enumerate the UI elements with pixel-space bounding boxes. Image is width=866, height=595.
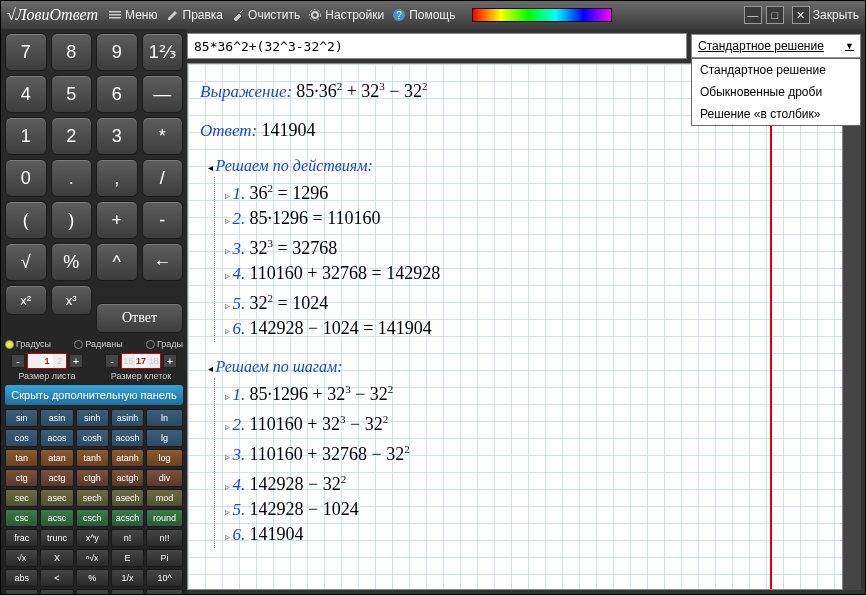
func-B[interactable]: B (146, 589, 183, 594)
func-lg[interactable]: lg (146, 429, 183, 447)
func-acsch[interactable]: acsch (111, 509, 144, 527)
step[interactable]: 4. 110160 + 32768 = 142928 (225, 262, 830, 287)
key-6[interactable]: 6 (96, 75, 138, 113)
func-ctgh[interactable]: ctgh (76, 469, 109, 487)
step[interactable]: 3. 323 = 32768 (225, 232, 830, 262)
func-actgh[interactable]: actgh (111, 469, 144, 487)
step[interactable]: 5. 322 = 1024 (225, 287, 830, 317)
key-4[interactable]: 4 (5, 75, 47, 113)
func-ⁿ√x[interactable]: ⁿ√x (76, 549, 109, 567)
func-round[interactable]: round (146, 509, 183, 527)
key-)[interactable]: ) (51, 201, 93, 239)
func-csc[interactable]: csc (5, 509, 38, 527)
edit-button[interactable]: Правка (166, 8, 224, 22)
func-ctg[interactable]: ctg (5, 469, 38, 487)
func-n!![interactable]: n!! (146, 529, 183, 547)
func-<[interactable]: < (40, 569, 73, 587)
settings-button[interactable]: Настройки (308, 8, 384, 22)
section-by-actions[interactable]: Решаем по действиям: (208, 157, 830, 175)
func-1/x[interactable]: 1/x (111, 569, 144, 587)
toggle-extra-panel[interactable]: Скрыть дополнительную панель (5, 385, 183, 405)
sheet-minus[interactable]: - (11, 354, 25, 368)
key-Ответ[interactable]: Ответ (96, 303, 183, 333)
mode-option[interactable]: Решение «в столбик» (692, 103, 860, 125)
func-acsc[interactable]: acsc (40, 509, 73, 527)
key-^[interactable]: ^ (96, 243, 138, 281)
mode-option[interactable]: Стандартное решение (692, 59, 860, 81)
key-—[interactable]: — (142, 75, 184, 113)
step[interactable]: 6. 142928 − 1024 = 141904 (225, 317, 830, 342)
solution-sheet[interactable]: Выражение: 85·362 + 323 − 322 Ответ: 141… (187, 63, 843, 590)
func-cosh[interactable]: cosh (76, 429, 109, 447)
sheet-plus[interactable]: + (69, 354, 83, 368)
func-asech[interactable]: asech (111, 489, 144, 507)
func-atan[interactable]: atan (40, 449, 73, 467)
func-%[interactable]: % (76, 569, 109, 587)
minimize-button[interactable]: — (744, 6, 762, 24)
mode-select[interactable]: Стандартное решение (691, 34, 861, 58)
func-div[interactable]: div (146, 469, 183, 487)
key-8[interactable]: 8 (51, 33, 93, 71)
func-abs[interactable]: abs (5, 569, 38, 587)
func-mod[interactable]: mod (146, 489, 183, 507)
maximize-button[interactable]: □ (766, 6, 784, 24)
func-cos[interactable]: cos (5, 429, 38, 447)
func-csch[interactable]: csch (76, 509, 109, 527)
cell-plus[interactable]: + (163, 354, 177, 368)
color-bar[interactable] (472, 8, 612, 22)
mode-option[interactable]: Обыкновенные дроби (692, 81, 860, 103)
sheet-value[interactable]: 1 2 (27, 353, 67, 369)
grad-radio[interactable]: Грады (146, 339, 183, 349)
key-7[interactable]: 7 (5, 33, 47, 71)
key-%[interactable]: % (51, 243, 93, 281)
deg-radio[interactable]: Градусы (5, 339, 51, 349)
step[interactable]: 4. 142928 − 322 (225, 468, 830, 498)
func-tan[interactable]: tan (5, 449, 38, 467)
func-frac[interactable]: frac (5, 529, 38, 547)
func-asin[interactable]: asin (40, 409, 73, 427)
key-x²[interactable]: x² (5, 285, 47, 315)
key-*[interactable]: * (142, 117, 184, 155)
func-x^y[interactable]: x^y (76, 529, 109, 547)
scrollbar[interactable] (843, 63, 861, 590)
close-button[interactable]: ✕ Закрыть (792, 6, 859, 24)
key-2[interactable]: 2 (51, 117, 93, 155)
clear-button[interactable]: Очистить (231, 8, 300, 22)
rad-radio[interactable]: Радианы (74, 339, 122, 349)
section-by-steps[interactable]: Решаем по шагам: (208, 358, 830, 376)
func-asinh[interactable]: asinh (111, 409, 144, 427)
help-button[interactable]: ? Помощь (392, 8, 455, 22)
func-sech[interactable]: sech (76, 489, 109, 507)
key-√[interactable]: √ (5, 243, 47, 281)
func-tanh[interactable]: tanh (76, 449, 109, 467)
func-E[interactable]: E (111, 549, 144, 567)
key-x³[interactable]: x³ (51, 285, 93, 315)
func-A[interactable]: A (111, 589, 144, 594)
func-trunc[interactable]: trunc (40, 529, 73, 547)
func-Pi[interactable]: Pi (146, 549, 183, 567)
step[interactable]: 6. 141904 (225, 523, 830, 548)
step[interactable]: 1. 85·1296 + 323 − 322 (225, 378, 830, 408)
cell-value[interactable]: 16 17 18 (121, 353, 161, 369)
step[interactable]: 1. 362 = 1296 (225, 177, 830, 207)
func-sinh[interactable]: sinh (76, 409, 109, 427)
step[interactable]: 3. 110160 + 32768 − 322 (225, 438, 830, 468)
key-+[interactable]: + (96, 201, 138, 239)
key-0[interactable]: 0 (5, 159, 47, 197)
key--[interactable]: - (142, 201, 184, 239)
func-acos[interactable]: acos (40, 429, 73, 447)
key-5[interactable]: 5 (51, 75, 93, 113)
key-9[interactable]: 9 (96, 33, 138, 71)
func-acosh[interactable]: acosh (111, 429, 144, 447)
func-Y[interactable]: Y (40, 589, 73, 594)
func-sin[interactable]: sin (5, 409, 38, 427)
func-10^[interactable]: 10^ (146, 569, 183, 587)
func-√x[interactable]: √x (5, 549, 38, 567)
func-Z[interactable]: Z (76, 589, 109, 594)
func-actg[interactable]: actg (40, 469, 73, 487)
step[interactable]: 5. 142928 − 1024 (225, 498, 830, 523)
key-1⅔[interactable]: 1⅔ (142, 33, 184, 71)
func-X[interactable]: X (5, 589, 38, 594)
key-/[interactable]: / (142, 159, 184, 197)
func-atanh[interactable]: atanh (111, 449, 144, 467)
